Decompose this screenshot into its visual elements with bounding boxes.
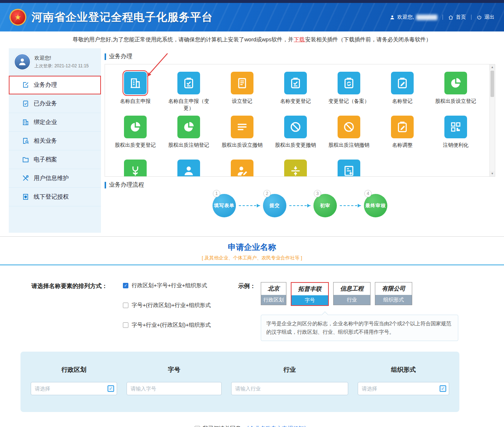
arrange-option-checkbox[interactable] (123, 283, 128, 288)
document-plus-icon (343, 165, 355, 177)
list-icon (236, 121, 248, 133)
service-item[interactable]: 名称调整 (376, 116, 429, 160)
service-tile[interactable] (338, 72, 360, 94)
scroll-down-button[interactable] (490, 171, 495, 176)
service-tile[interactable] (391, 72, 414, 94)
service-tile[interactable] (391, 116, 414, 138)
username-redacted (416, 15, 437, 20)
dropdown-check-icon[interactable] (108, 385, 114, 392)
arrange-option[interactable]: 行政区划+字号+行业+组织形式 (123, 282, 227, 289)
service-item[interactable]: 名称变更登记 (269, 72, 322, 116)
org-form-select[interactable] (358, 382, 449, 395)
service-item[interactable]: 设立登记 (215, 72, 269, 116)
tip-box: 字号是企业之间区分的标志，企业名称中的字号应当由2个或2个以上符合国家规范的汉字… (261, 315, 458, 341)
service-item[interactable] (162, 160, 215, 177)
logout-link[interactable]: 退出 (477, 14, 494, 20)
service-item[interactable] (269, 160, 322, 177)
flow-step: 填写表单 1 (212, 194, 236, 217)
service-tile[interactable] (284, 72, 307, 94)
service-item[interactable]: 股权出质注销撤销 (322, 116, 376, 160)
service-item[interactable]: 股权出质设立登记 (429, 72, 482, 116)
last-login: 上次登录: 2021-12-02 11:15 (34, 63, 89, 69)
arrange-option[interactable]: 字号+行业+(行政区划)+组织形式 (123, 322, 227, 329)
process-flow: 填写表单 1 提交 2 初审 3 最终审核 4 (105, 194, 495, 217)
logout-label: 退出 (484, 14, 494, 20)
name-field: 组织形式 (358, 366, 449, 395)
service-tile[interactable] (338, 116, 360, 138)
scroll-up-button[interactable] (490, 64, 495, 70)
service-item[interactable]: 变更登记（备案） (322, 72, 376, 116)
flow-step: 初审 3 (313, 194, 337, 217)
service-item[interactable] (322, 160, 376, 177)
merge-icon (289, 165, 302, 177)
agree-notice-link[interactable]: 《企业名称自主申报须知》 (244, 425, 309, 427)
service-item[interactable]: 股权出质变更登记 (109, 116, 162, 160)
service-item[interactable]: 股权出质设立撤销 (215, 116, 269, 160)
service-tile[interactable] (177, 72, 200, 94)
service-item[interactable]: 股权出质注销登记 (162, 116, 215, 160)
arrange-option-checkbox[interactable] (123, 322, 128, 328)
example-value: 信息工程 (334, 282, 370, 295)
service-item[interactable]: 名称登记 (376, 72, 429, 116)
name-field-label: 字号 (127, 366, 222, 374)
download-plugin-link[interactable]: 下载 (294, 36, 305, 43)
arrange-option[interactable]: 字号+(行政区划)+行业+组织形式 (123, 302, 227, 309)
arrange-option-checkbox[interactable] (123, 303, 128, 308)
service-tile[interactable] (284, 116, 307, 138)
example-value: 北京 (261, 282, 286, 295)
section-title-label: 业务办理 (109, 53, 132, 60)
dropdown-check-icon[interactable] (440, 385, 446, 392)
flow-step-label: 提交 (270, 202, 280, 209)
service-tile[interactable] (231, 116, 253, 138)
scroll-thumb[interactable] (490, 71, 494, 97)
service-item[interactable]: 名称自主申报 (109, 72, 162, 116)
service-tile[interactable] (338, 160, 360, 177)
service-item[interactable]: 注销便利化 (429, 116, 482, 160)
flow-step-number: 3 (314, 190, 321, 197)
top-strip (0, 0, 504, 3)
header-right: 欢迎您, 首页 退出 (390, 14, 494, 20)
flow-step-label: 填写表单 (214, 202, 234, 209)
service-label: 设立登记 (232, 98, 252, 105)
service-tile[interactable] (124, 160, 147, 177)
sidebar-item-3[interactable]: 相关业务 (9, 132, 101, 150)
sidebar-item-0[interactable]: 业务办理 (9, 76, 101, 94)
sidebar-item-4[interactable]: 电子档案 (9, 150, 101, 169)
sidebar-item-2[interactable]: 绑定企业 (9, 113, 101, 132)
clipboard-refresh-icon (343, 77, 355, 89)
sidebar-item-5[interactable]: 用户信息维护 (9, 169, 101, 188)
scrollbar[interactable] (489, 64, 495, 176)
name-field-label: 组织形式 (358, 366, 449, 374)
flow-step-circle: 初审 (313, 194, 337, 217)
service-tile[interactable] (231, 72, 253, 94)
example-column: 北京 行政区划 拓普丰联 字号 信息工程 行业 有限公司 组织形式 字号是企业之… (261, 282, 458, 341)
agree-row: 我已阅读并同意 《企业名称自主申报须知》 (0, 425, 504, 427)
service-tile[interactable] (124, 72, 147, 94)
service-tile[interactable] (284, 160, 307, 177)
sidebar-item-6[interactable]: 线下登记授权 (9, 188, 101, 206)
service-tile[interactable] (231, 160, 253, 177)
industry-input[interactable] (231, 382, 348, 395)
service-label: 注销便利化 (443, 142, 469, 149)
service-tile[interactable] (124, 116, 147, 138)
home-link[interactable]: 首页 (448, 14, 466, 20)
service-tile[interactable] (444, 72, 467, 94)
section-bar (105, 182, 106, 188)
name-field: 行业 (231, 366, 348, 395)
service-item[interactable] (215, 160, 269, 177)
service-tile[interactable] (177, 160, 200, 177)
flow-step: 最终审核 4 (364, 194, 387, 217)
section-title-services: 业务办理 (105, 53, 495, 60)
service-item[interactable] (109, 160, 162, 177)
service-label: 股权出质设立撤销 (222, 142, 263, 149)
section-title-label: 业务办理流程 (109, 181, 144, 189)
service-item[interactable]: 股权出质变更撤销 (269, 116, 322, 160)
service-tile[interactable] (444, 116, 467, 138)
district-select[interactable] (31, 382, 117, 395)
tradename-input[interactable] (127, 382, 222, 395)
service-label: 股权出质注销登记 (168, 142, 209, 149)
service-item[interactable]: 名称自主申报（变更） (162, 72, 215, 116)
sidebar-item-1[interactable]: 已办业务 (9, 94, 101, 113)
service-tile[interactable] (177, 116, 200, 138)
building-icon (22, 119, 29, 126)
